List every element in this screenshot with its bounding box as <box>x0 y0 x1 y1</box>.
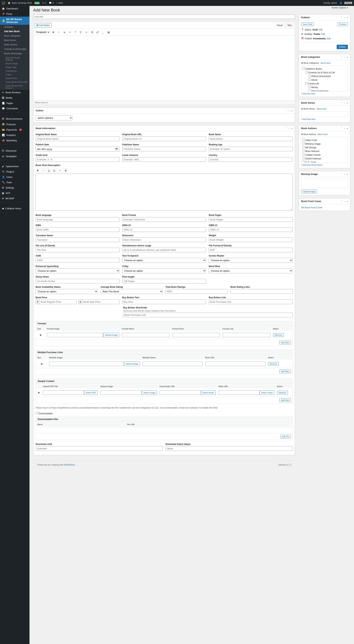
total-ratings-input[interactable] <box>166 289 228 294</box>
regular-price-input[interactable] <box>39 300 76 304</box>
align-center-button[interactable]: ≡ <box>58 168 62 173</box>
website-image-input[interactable] <box>49 362 124 366</box>
format-input[interactable] <box>122 217 206 222</box>
move-up-icon[interactable]: ⌃ <box>285 127 287 130</box>
menu-dashboard[interactable]: 🏠 Dashboard <box>0 6 29 11</box>
original-book-name-input[interactable] <box>36 136 120 141</box>
isbn-input[interactable] <box>36 227 120 232</box>
submenu-book-series[interactable]: Book Series <box>0 38 29 42</box>
publish-date-input[interactable] <box>36 147 120 152</box>
submenu-book-categories[interactable]: Book Categories <box>0 34 29 38</box>
reading-age-input[interactable] <box>209 147 293 151</box>
audio-url-input[interactable] <box>160 390 201 395</box>
category-item[interactable]: Children's Books <box>302 67 347 70</box>
toggle-icon[interactable]: ▴ <box>347 56 348 58</box>
author-item[interactable]: Bill George <box>302 146 347 149</box>
toggle-icon[interactable]: ▴ <box>347 173 348 175</box>
format-price-input[interactable] <box>172 333 220 337</box>
menu-elementor[interactable]: Ⓔ Elementor <box>0 148 29 154</box>
format-image-input[interactable] <box>47 333 103 337</box>
editor-body[interactable] <box>33 36 295 100</box>
set-front-cover-link[interactable]: Set Book Front Cover <box>301 206 322 209</box>
toggle-icon[interactable]: ▴ <box>347 102 348 104</box>
link-button[interactable]: 🔗 <box>95 30 100 34</box>
save-draft-button[interactable]: Save Draft <box>301 22 314 26</box>
subsub-single[interactable]: Single Page <box>0 66 29 69</box>
publisher-name-input[interactable] <box>122 147 206 151</box>
subsub-archive[interactable]: Archive Page <box>0 62 29 66</box>
avg-rating-select[interactable]: Rate This Book <box>101 289 163 294</box>
isbn13-input[interactable] <box>209 227 293 232</box>
remove-button[interactable]: Remove <box>268 362 279 366</box>
menu-appearance[interactable]: 🖌 Appearance <box>0 164 29 169</box>
underline-button[interactable]: U <box>47 168 51 173</box>
align-right-button[interactable]: ⇶ <box>90 30 94 34</box>
quote-button[interactable]: ❝ <box>73 30 78 34</box>
align-right-button[interactable]: ⇶ <box>63 168 68 173</box>
author-item[interactable]: F. S. Jones <box>302 160 347 163</box>
upload-image-button[interactable]: Upload Image <box>103 333 119 337</box>
edit-date-link[interactable]: Edit <box>327 37 331 40</box>
list-ul-button[interactable]: ≣ <box>62 30 67 34</box>
country-input[interactable] <box>209 157 293 162</box>
select-image-button[interactable]: Select Image <box>142 390 157 395</box>
wordpress-link[interactable]: WordPress <box>64 464 75 466</box>
xray-select[interactable]: Choose an option <box>122 268 206 273</box>
menu-reviews[interactable]: ★ Book Reviews <box>0 90 29 95</box>
move-down-icon[interactable]: ⌄ <box>344 102 345 104</box>
weight-input[interactable] <box>209 238 293 242</box>
remove-button[interactable]: Remove <box>273 333 284 337</box>
enhanced-select[interactable]: Choose an option <box>36 268 120 273</box>
author-item[interactable]: Brian Selznick <box>302 149 347 153</box>
add-new-link-button[interactable]: Add New <box>279 370 291 373</box>
move-up-icon[interactable]: ⌃ <box>341 102 342 104</box>
toggle-icon[interactable]: ▴ <box>347 127 348 130</box>
menu-media[interactable]: 🖼 Media <box>0 95 29 100</box>
menu-templates[interactable]: 🗂 Templates <box>0 154 29 159</box>
buy-button-text-input[interactable] <box>122 300 206 304</box>
download-expiry-input[interactable] <box>166 446 293 451</box>
menu-rswp-books[interactable]: 📗 RS WP Books Showcase <box>0 16 29 25</box>
toggle-icon[interactable]: ▴ <box>292 109 293 112</box>
new-content[interactable]: + New <box>56 2 63 4</box>
wp-logo[interactable] <box>2 1 5 4</box>
publish-button[interactable]: Publish <box>337 45 348 49</box>
move-down-icon[interactable]: ⌄ <box>288 109 290 112</box>
toggle-icon[interactable]: ▴ <box>292 127 293 130</box>
buy-button-link-input[interactable] <box>209 300 293 304</box>
title-input[interactable] <box>33 14 295 19</box>
submenu-shortcodes[interactable]: Books Shortcodes <box>0 51 29 56</box>
author-item[interactable]: Adam Crute <box>302 138 347 142</box>
drag-handle-icon[interactable]: ✥ <box>40 334 42 336</box>
category-item[interactable]: Abuse <box>302 78 347 82</box>
menu-pages[interactable]: 📄 Pages <box>0 100 29 106</box>
author-select[interactable]: admin (admin) <box>36 116 72 120</box>
italic-button[interactable]: I <box>41 168 45 173</box>
subsub-search[interactable]: Search Form <box>0 76 29 80</box>
toolbar-toggle-button[interactable]: ▦ <box>106 30 111 34</box>
simul-device-input[interactable] <box>122 248 206 252</box>
tab-text[interactable]: Text <box>285 23 294 28</box>
menu-analytics[interactable]: 📊 Analytics <box>0 132 29 138</box>
move-down-icon[interactable]: ⌄ <box>288 127 290 130</box>
tab-most-used[interactable]: Most Used <box>321 62 331 64</box>
align-left-button[interactable]: ⬱ <box>52 168 57 173</box>
menu-woocommerce[interactable]: Ⓦ WooCommerce <box>0 116 29 122</box>
drag-handle-icon[interactable]: ✥ <box>38 391 40 394</box>
video-url-input[interactable] <box>218 390 260 395</box>
upload-mockup-button[interactable]: Upload Image <box>301 190 317 193</box>
menu-comments[interactable]: 💬 Comments <box>0 106 29 111</box>
buy-shortcode-input[interactable] <box>123 313 293 317</box>
add-file-button[interactable]: Add File <box>280 435 291 438</box>
website-name-input[interactable] <box>143 362 203 366</box>
move-up-icon[interactable]: ⌃ <box>341 200 342 202</box>
filesize-input[interactable] <box>36 248 120 252</box>
select-audio-button[interactable]: Select Audio <box>201 390 215 395</box>
bold-button[interactable]: B <box>36 168 40 173</box>
select-pdf-button[interactable]: Select PDF <box>84 390 98 395</box>
italic-button[interactable]: I <box>56 30 61 34</box>
list-ol-button[interactable]: ≡ <box>67 30 72 34</box>
updates[interactable]: ⟳ 2 <box>42 2 46 4</box>
book-url-input[interactable] <box>205 362 265 366</box>
downloadable-checkbox-label[interactable]: Downloadable <box>36 412 52 415</box>
